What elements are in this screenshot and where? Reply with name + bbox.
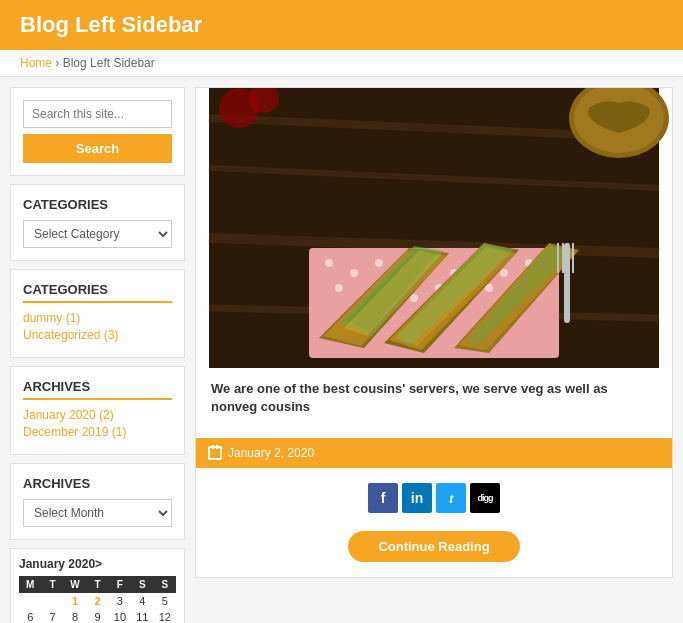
- post-body: We are one of the best cousins' servers,…: [196, 368, 672, 438]
- cal-day-1[interactable]: 1: [72, 595, 78, 607]
- continue-reading-wrap: Continue Reading: [196, 523, 672, 577]
- cal-header-t2: T: [86, 576, 108, 593]
- calendar-widget: January 2020> M T W T F S S: [10, 548, 185, 623]
- svg-point-13: [500, 269, 508, 277]
- svg-rect-36: [557, 243, 559, 273]
- svg-point-6: [325, 259, 333, 267]
- cal-header-w: W: [64, 576, 86, 593]
- cal-week-2: 6 7 8 9 10 11 12: [19, 609, 176, 623]
- archives-select[interactable]: Select Month: [23, 499, 172, 527]
- post-meta: January 2, 2020: [196, 438, 672, 468]
- calendar-month-year: January 2020>: [19, 557, 176, 571]
- category-item-uncategorized[interactable]: Uncategorized (3): [23, 328, 172, 342]
- cal-header-s2: S: [154, 576, 176, 593]
- breadcrumb-current: Blog Left Sidebar: [63, 56, 155, 70]
- page-layout: Search CATEGORIES Select Category CATEGO…: [0, 77, 683, 623]
- search-widget: Search: [10, 87, 185, 176]
- svg-rect-39: [572, 243, 574, 273]
- site-header: Blog Left Sidebar: [0, 0, 683, 50]
- category-item-dummy[interactable]: dummy (1): [23, 311, 172, 325]
- sidebar: Search CATEGORIES Select Category CATEGO…: [10, 87, 185, 623]
- svg-point-15: [335, 284, 343, 292]
- categories-dropdown-title: CATEGORIES: [23, 197, 172, 212]
- search-input[interactable]: [23, 100, 172, 128]
- cal-header-s1: S: [131, 576, 153, 593]
- archives-list-title: ARCHIVES: [23, 379, 172, 400]
- breadcrumb: Home › Blog Left Sidebar: [0, 50, 683, 77]
- calendar-icon: [208, 446, 222, 460]
- svg-point-7: [350, 269, 358, 277]
- svg-rect-37: [562, 243, 564, 273]
- digg-share-button[interactable]: digg: [470, 483, 500, 513]
- post-card: We are one of the best cousins' servers,…: [195, 87, 673, 578]
- breadcrumb-separator: ›: [55, 56, 59, 70]
- search-button[interactable]: Search: [23, 134, 172, 163]
- social-bar: f in 𝑡 digg: [196, 473, 672, 523]
- archive-december-2019[interactable]: December 2019 (1): [23, 425, 172, 439]
- archive-january-2020[interactable]: January 2020 (2): [23, 408, 172, 422]
- categories-list-title: CATEGORIES: [23, 282, 172, 303]
- twitter-share-button[interactable]: 𝑡: [436, 483, 466, 513]
- cal-header-m: M: [19, 576, 41, 593]
- main-content: We are one of the best cousins' servers,…: [195, 87, 673, 623]
- calendar-table: M T W T F S S 1 2 3: [19, 576, 176, 623]
- svg-point-8: [375, 259, 383, 267]
- facebook-share-button[interactable]: f: [368, 483, 398, 513]
- breadcrumb-home[interactable]: Home: [20, 56, 52, 70]
- cal-week-1: 1 2 3 4 5: [19, 593, 176, 609]
- linkedin-share-button[interactable]: in: [402, 483, 432, 513]
- post-excerpt: We are one of the best cousins' servers,…: [211, 380, 657, 416]
- post-date: January 2, 2020: [228, 446, 314, 460]
- archives-list-widget: ARCHIVES January 2020 (2) December 2019 …: [10, 366, 185, 455]
- archives-dropdown-title: ARCHIVES: [23, 476, 172, 491]
- cal-header-t1: T: [41, 576, 63, 593]
- svg-rect-38: [567, 243, 569, 273]
- categories-dropdown-widget: CATEGORIES Select Category: [10, 184, 185, 261]
- cal-header-f: F: [109, 576, 131, 593]
- site-title: Blog Left Sidebar: [20, 12, 663, 38]
- post-featured-image: [196, 88, 672, 368]
- cal-day-2[interactable]: 2: [94, 595, 100, 607]
- continue-reading-button[interactable]: Continue Reading: [348, 531, 519, 562]
- categories-select[interactable]: Select Category: [23, 220, 172, 248]
- categories-list-widget: CATEGORIES dummy (1) Uncategorized (3): [10, 269, 185, 358]
- archives-dropdown-widget: ARCHIVES Select Month: [10, 463, 185, 540]
